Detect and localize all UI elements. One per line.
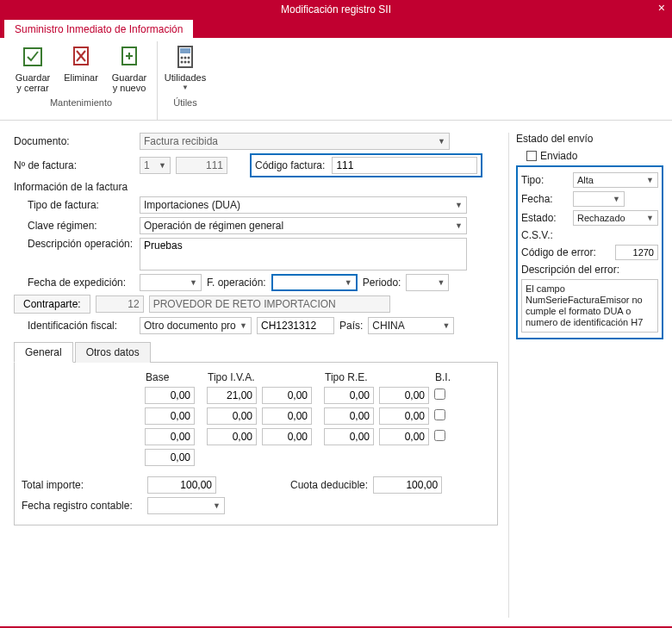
save-new-icon bbox=[115, 43, 143, 71]
tiva-pct-input[interactable] bbox=[207, 387, 257, 404]
side-tipo-combo[interactable]: Alta▼ bbox=[573, 172, 658, 188]
side-fecha-combo[interactable]: ▼ bbox=[573, 191, 625, 207]
total-importe-label: Total importe: bbox=[22, 479, 142, 491]
periodo-combo[interactable]: ▼ bbox=[406, 274, 449, 291]
periodo-label: Periodo: bbox=[363, 277, 401, 289]
tre-pct-input[interactable] bbox=[324, 407, 374, 425]
clave-regimen-combo[interactable]: Operación de régimen general▼ bbox=[140, 217, 467, 234]
side-fecha-label: Fecha: bbox=[521, 193, 569, 205]
bi-checkbox[interactable] bbox=[434, 430, 445, 441]
chevron-down-icon: ▼ bbox=[646, 214, 654, 222]
enviado-checkbox[interactable]: Enviado bbox=[526, 150, 577, 162]
delete-button[interactable]: Eliminar bbox=[59, 41, 103, 95]
iva-grid: Base Tipo I.V.A. Tipo R.E. B.I. bbox=[22, 370, 454, 468]
side-tipo-label: Tipo: bbox=[521, 174, 569, 186]
bi-checkbox[interactable] bbox=[434, 409, 445, 420]
tiva-pct-input[interactable] bbox=[207, 428, 257, 445]
clave-regimen-label: Clave régimen: bbox=[14, 220, 134, 232]
contraparte-button[interactable]: Contraparte: bbox=[14, 295, 90, 314]
tiva-pct-input[interactable] bbox=[207, 407, 257, 425]
side-descerr-text: El campo NumSerieFacturaEmisor no cumple… bbox=[521, 279, 658, 333]
cuota-deducible-input[interactable] bbox=[373, 476, 442, 494]
nfactura-num-input[interactable] bbox=[176, 157, 227, 174]
tre-cuota-input[interactable] bbox=[379, 407, 429, 425]
fecha-exp-combo[interactable]: ▼ bbox=[140, 274, 202, 291]
tre-cuota-input[interactable] bbox=[379, 387, 429, 404]
pais-combo[interactable]: CHINA▼ bbox=[368, 317, 454, 334]
delete-icon bbox=[67, 43, 95, 71]
svg-point-12 bbox=[181, 61, 184, 64]
f-operacion-combo[interactable]: ▼ bbox=[271, 274, 358, 291]
side-coderr-label: Código de error: bbox=[521, 246, 612, 258]
codigo-factura-box: Código factura: bbox=[250, 153, 482, 177]
f-operacion-label: F. operación: bbox=[207, 277, 266, 289]
desc-op-textarea[interactable]: Pruebas bbox=[140, 238, 467, 270]
base-input[interactable] bbox=[145, 428, 195, 445]
grid-header-base: Base bbox=[142, 370, 197, 385]
chevron-down-icon: ▼ bbox=[190, 278, 197, 287]
grid-header-bi: B.I. bbox=[432, 370, 454, 385]
svg-point-11 bbox=[188, 57, 190, 59]
grid-header-tipo-iva: Tipo I.V.A. bbox=[204, 370, 314, 385]
chevron-down-icon: ▼ bbox=[159, 161, 166, 170]
save-new-button[interactable]: Guardar y nuevo bbox=[107, 41, 152, 95]
svg-point-10 bbox=[184, 57, 187, 59]
codigo-factura-label: Código factura: bbox=[255, 159, 325, 171]
freg-contable-combo[interactable]: ▼ bbox=[147, 497, 225, 514]
contraparte-code-input[interactable] bbox=[96, 295, 144, 313]
calculator-icon bbox=[171, 43, 199, 71]
ident-fiscal-label: Identificación fiscal: bbox=[14, 320, 134, 332]
tiva-cuota-input[interactable] bbox=[262, 428, 312, 445]
estado-envio-box: Tipo: Alta▼ Fecha: ▼ Estado: Rechazado▼ … bbox=[516, 165, 663, 339]
base-input[interactable] bbox=[145, 407, 195, 425]
chevron-down-icon: ▼ bbox=[345, 278, 352, 287]
ribbon-group-label-maintenance: Mantenimiento bbox=[10, 95, 152, 109]
chevron-down-icon: ▼ bbox=[455, 221, 463, 230]
ident-fiscal-tipo-combo[interactable]: Otro documento prob▼ bbox=[140, 317, 252, 334]
ident-fiscal-num-input[interactable] bbox=[257, 317, 334, 334]
chevron-down-icon: ▼ bbox=[646, 176, 654, 184]
codigo-factura-input[interactable] bbox=[332, 157, 477, 174]
side-estado-combo[interactable]: Rechazado▼ bbox=[573, 210, 658, 226]
ribbon-group-label-utilities: Útiles bbox=[163, 95, 208, 109]
base-input[interactable] bbox=[145, 387, 195, 404]
tiva-cuota-input[interactable] bbox=[262, 407, 312, 425]
grid-header-tipo-re: Tipo R.E. bbox=[321, 370, 432, 385]
ribbon-tab-strip: Suministro Inmediato de Información bbox=[0, 19, 672, 38]
save-close-button[interactable]: Guardar y cerrar bbox=[10, 41, 55, 95]
title-bar: Modificación registro SII × bbox=[0, 0, 672, 19]
nfactura-serie-combo[interactable]: 1▼ bbox=[140, 157, 171, 174]
info-factura-title: Información de la factura bbox=[14, 181, 498, 193]
grid-row-extra bbox=[22, 447, 454, 468]
documento-combo[interactable]: Factura recibida▼ bbox=[140, 133, 450, 150]
tab-otros-datos[interactable]: Otros datos bbox=[75, 342, 151, 363]
side-coderr-input[interactable] bbox=[615, 245, 658, 260]
content-area: Documento: Factura recibida▼ Nº de factu… bbox=[0, 121, 672, 626]
bi-checkbox[interactable] bbox=[434, 389, 445, 400]
chevron-down-icon: ▼ bbox=[213, 501, 221, 510]
ribbon-group-maintenance: Guardar y cerrar Eliminar Guardar y nuev… bbox=[5, 41, 158, 120]
contraparte-name-input bbox=[149, 295, 390, 313]
utilities-button[interactable]: Utilidades ▼ bbox=[163, 41, 208, 95]
tab-general[interactable]: General bbox=[14, 342, 73, 363]
documento-label: Documento: bbox=[14, 135, 134, 147]
tipo-factura-combo[interactable]: Importaciones (DUA)▼ bbox=[140, 196, 467, 214]
chevron-down-icon: ▼ bbox=[182, 83, 189, 93]
tre-pct-input[interactable] bbox=[324, 387, 374, 404]
tab-general-panel: Base Tipo I.V.A. Tipo R.E. B.I. bbox=[14, 363, 498, 525]
chevron-down-icon: ▼ bbox=[240, 321, 247, 330]
extra-base-input[interactable] bbox=[145, 449, 195, 466]
chevron-down-icon: ▼ bbox=[438, 137, 445, 146]
tiva-cuota-input[interactable] bbox=[262, 387, 312, 404]
tre-pct-input[interactable] bbox=[324, 428, 374, 445]
svg-point-13 bbox=[184, 61, 187, 64]
tipo-factura-label: Tipo de factura: bbox=[14, 199, 134, 211]
total-importe-input[interactable] bbox=[147, 476, 216, 494]
side-csv-label: C.S.V.: bbox=[521, 229, 553, 241]
close-icon[interactable]: × bbox=[658, 1, 665, 15]
estado-envio-title: Estado del envío bbox=[516, 133, 663, 145]
ribbon-tab-sii[interactable]: Suministro Inmediato de Información bbox=[3, 19, 194, 38]
fecha-exp-label: Fecha de expedición: bbox=[14, 277, 134, 289]
chevron-down-icon: ▼ bbox=[455, 201, 463, 209]
tre-cuota-input[interactable] bbox=[379, 428, 429, 445]
